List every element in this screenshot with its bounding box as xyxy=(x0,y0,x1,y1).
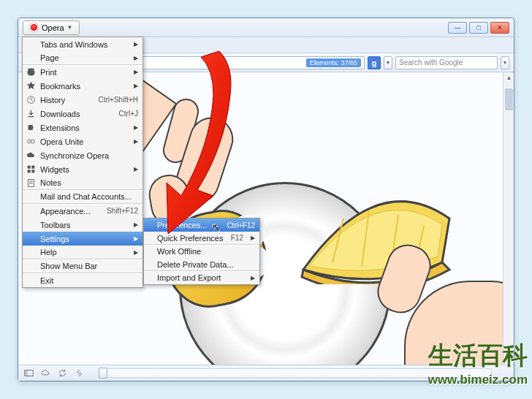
submenu-arrow-icon: ▶ xyxy=(134,235,138,242)
submenu-arrow-icon: ▶ xyxy=(134,166,138,172)
menu-item-appearance[interactable]: Appearance...Shift+F12 xyxy=(23,204,142,218)
opera-menu-label: Opera xyxy=(42,23,64,32)
submenu-item-label: Work Offline xyxy=(157,247,201,256)
menu-item-label: Mail and Chat Accounts... xyxy=(40,192,132,201)
submenu-arrow-icon: ▶ xyxy=(134,83,138,89)
submenu-arrow-icon: ▶ xyxy=(134,41,138,48)
menu-item-tabs-and-windows[interactable]: Tabs and Windows▶ xyxy=(23,37,142,51)
menu-item-toolbars[interactable]: Toolbars▶ xyxy=(23,218,142,232)
menu-item-label: Toolbars xyxy=(40,221,71,229)
svg-rect-13 xyxy=(31,166,34,169)
menu-item-widgets[interactable]: Widgets▶ xyxy=(23,162,142,176)
menu-item-synchronize-opera[interactable]: Synchronize Opera xyxy=(23,148,142,162)
menu-item-label: Show Menu Bar xyxy=(40,262,97,270)
submenu-arrow-icon: ▶ xyxy=(134,69,138,75)
vertical-scrollbar[interactable]: ▲ ▼ xyxy=(503,72,514,365)
search-engine-dropdown[interactable]: ▼ xyxy=(384,56,392,69)
menu-item-label: Synchronize Opera xyxy=(40,151,109,160)
note-icon xyxy=(26,178,36,188)
menu-item-label: Notes xyxy=(40,178,61,187)
window-controls: — □ ✕ xyxy=(448,22,509,34)
menu-item-page[interactable]: Page▶ xyxy=(23,51,142,65)
watermark-text: 生活百科 xyxy=(428,339,528,373)
submenu-item-label: Import and Export xyxy=(157,273,221,282)
menu-item-mail-and-chat-accounts[interactable]: Mail and Chat Accounts... xyxy=(23,190,142,204)
submenu-item-preferences[interactable]: Preferences...Ctrl+F12 xyxy=(144,218,259,232)
menu-item-extensions[interactable]: Extensions▶ xyxy=(23,121,142,134)
menu-item-shortcut: Ctrl+Shift+H xyxy=(99,96,138,104)
search-dropdown[interactable]: ▼ xyxy=(501,56,509,69)
submenu-arrow-icon: ▶ xyxy=(134,221,138,228)
unite-icon xyxy=(26,137,36,146)
svg-rect-5 xyxy=(25,370,28,376)
submenu-item-shortcut: Ctrl+F12 xyxy=(227,221,255,229)
cloud-icon xyxy=(26,151,36,160)
maximize-button[interactable]: □ xyxy=(469,22,488,34)
menu-item-label: Tabs and Windows xyxy=(40,40,107,49)
submenu-item-work-offline[interactable]: Work Offline xyxy=(144,245,259,258)
search-input[interactable]: Search with Google xyxy=(395,56,498,69)
menu-item-label: Exit xyxy=(40,276,53,285)
scrollbar-thumb[interactable] xyxy=(505,88,513,110)
menu-item-opera-unite[interactable]: Opera Unite▶ xyxy=(23,134,142,148)
cloud-icon[interactable] xyxy=(41,368,50,378)
menu-item-label: History xyxy=(40,96,65,104)
menu-item-downloads[interactable]: DownloadsCtrl+J xyxy=(23,107,142,121)
panel-icon[interactable] xyxy=(24,368,34,378)
menu-item-label: Help xyxy=(40,248,57,256)
menu-item-label: Appearance... xyxy=(40,207,91,216)
menu-item-settings[interactable]: Settings▶ xyxy=(23,232,142,246)
star-icon xyxy=(26,81,36,91)
menu-item-exit[interactable]: Exit xyxy=(23,273,142,287)
menu-item-bookmarks[interactable]: Bookmarks▶ xyxy=(23,79,142,93)
opera-menu-button[interactable]: Opera ▼ xyxy=(23,20,80,35)
menu-item-notes[interactable]: Notes xyxy=(23,176,142,190)
menu-item-label: Opera Unite xyxy=(40,137,83,146)
chevron-down-icon: ▼ xyxy=(67,24,73,31)
menu-item-label: Settings xyxy=(40,235,69,243)
history-icon xyxy=(26,95,36,104)
elements-counter-badge: Elements: 37/65 xyxy=(306,58,361,67)
settings-submenu: Preferences...Ctrl+F12Quick PreferencesF… xyxy=(143,218,260,285)
search-placeholder: Search with Google xyxy=(399,58,463,66)
submenu-arrow-icon: ▶ xyxy=(134,124,138,131)
svg-rect-12 xyxy=(28,166,31,169)
submenu-arrow-icon: ▶ xyxy=(251,235,255,241)
submenu-arrow-icon: ▶ xyxy=(134,55,138,61)
google-search-button[interactable]: g xyxy=(368,56,381,69)
widget-icon xyxy=(26,164,36,174)
menu-item-history[interactable]: HistoryCtrl+Shift+H xyxy=(23,93,142,107)
svg-rect-6 xyxy=(28,69,34,71)
svg-point-10 xyxy=(28,140,31,143)
menu-item-label: Extensions xyxy=(40,123,80,132)
download-icon xyxy=(26,109,36,118)
titlebar: Opera ▼ — □ ✕ xyxy=(18,18,514,37)
puzzle-icon xyxy=(26,123,36,132)
submenu-item-shortcut: F12 xyxy=(231,234,243,242)
menu-item-label: Print xyxy=(40,68,57,77)
menu-item-shortcut: Ctrl+J xyxy=(119,110,138,118)
submenu-item-import-and-export[interactable]: Import and Export▶ xyxy=(144,271,259,284)
sync-icon[interactable] xyxy=(58,368,67,378)
close-button[interactable]: ✕ xyxy=(490,22,509,34)
menu-item-print[interactable]: Print▶ xyxy=(23,65,142,79)
menu-item-label: Bookmarks xyxy=(40,82,80,91)
svg-rect-14 xyxy=(28,170,31,172)
submenu-item-quick-preferences[interactable]: Quick PreferencesF12▶ xyxy=(144,232,259,245)
svg-point-11 xyxy=(31,140,35,143)
submenu-item-label: Delete Private Data... xyxy=(157,260,234,269)
scroll-up-arrow-icon[interactable]: ▲ xyxy=(503,72,514,83)
zoom-slider-thumb[interactable] xyxy=(99,368,107,379)
menu-item-label: Downloads xyxy=(40,110,80,118)
submenu-item-delete-private-data[interactable]: Delete Private Data... xyxy=(144,258,259,271)
svg-rect-8 xyxy=(28,73,34,75)
submenu-item-label: Quick Preferences xyxy=(157,234,223,243)
link-icon[interactable] xyxy=(75,368,84,378)
menu-item-shortcut: Shift+F12 xyxy=(107,207,138,215)
menu-item-show-menu-bar[interactable]: Show Menu Bar xyxy=(23,259,142,273)
print-icon xyxy=(26,67,36,77)
minimize-button[interactable]: — xyxy=(448,22,467,34)
menu-item-label: Widgets xyxy=(40,165,69,174)
menu-item-help[interactable]: Help▶ xyxy=(23,246,142,259)
opera-main-menu: Tabs and Windows▶Page▶Print▶Bookmarks▶Hi… xyxy=(22,37,143,288)
